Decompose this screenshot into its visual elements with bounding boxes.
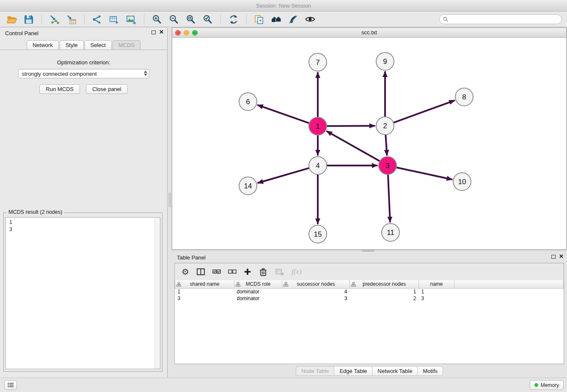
apply-layout-button[interactable] <box>227 13 240 26</box>
tab-edge-table[interactable]: Edge Table <box>334 366 372 376</box>
zoom-fit-button[interactable] <box>184 13 198 26</box>
tab-network[interactable]: Network <box>27 40 59 50</box>
close-panel-button[interactable]: Close panel <box>86 84 128 94</box>
cell-shared-name[interactable]: 1 <box>175 288 234 295</box>
graph-node-14[interactable]: 14 <box>239 177 257 195</box>
optimization-criterion-label: Optimization criterion: <box>0 59 167 66</box>
zoom-selected-button[interactable] <box>201 13 215 26</box>
search-box[interactable] <box>439 14 562 24</box>
zoom-in-button[interactable] <box>150 13 164 26</box>
network-graph[interactable]: 7968124314101511 <box>172 38 566 249</box>
toolbar-separator <box>144 14 144 25</box>
float-panel-icon[interactable] <box>151 30 156 34</box>
result-scrollbar[interactable] <box>154 218 160 369</box>
graph-node-7[interactable]: 7 <box>309 53 327 71</box>
cell-name[interactable]: 1 <box>419 288 454 295</box>
tab-divider <box>0 50 167 50</box>
show-columns-button[interactable] <box>196 266 205 278</box>
graph-node-6[interactable]: 6 <box>239 93 257 110</box>
save-session-button[interactable] <box>22 13 36 26</box>
column-edit-icon <box>236 282 240 287</box>
cell-mcds-role[interactable]: dominator <box>234 288 282 295</box>
graph-node-2[interactable]: 2 <box>376 117 394 135</box>
mcds-result-area[interactable]: 1 3 <box>6 217 160 369</box>
column-header-name[interactable]: name <box>419 280 454 288</box>
close-table-panel-icon[interactable] <box>559 254 564 259</box>
graph-edge-4-14[interactable] <box>258 168 309 183</box>
network-overview-button[interactable] <box>270 13 283 26</box>
table-row[interactable]: 3 dominator 3 2 3 <box>175 295 564 302</box>
show-panel-button[interactable] <box>4 380 17 390</box>
graph-edge-2-8[interactable] <box>394 101 454 123</box>
svg-text:4: 4 <box>316 162 319 170</box>
column-label: predecessor nodes <box>363 281 406 287</box>
tab-mcds[interactable]: MCDS <box>113 40 140 50</box>
float-table-panel-icon[interactable] <box>551 255 556 259</box>
search-input[interactable] <box>451 17 558 22</box>
cell-name[interactable]: 3 <box>419 295 454 302</box>
style-painter-button[interactable] <box>286 13 300 26</box>
graph-edge-2-3[interactable] <box>385 135 387 155</box>
show-hide-button[interactable] <box>303 13 317 26</box>
table-settings-button[interactable]: ⚙ <box>182 266 189 278</box>
new-network-button[interactable] <box>91 13 104 26</box>
graph-edge-3-1[interactable] <box>327 131 380 161</box>
tab-network-table[interactable]: Network Table <box>372 366 418 376</box>
deselect-all-button[interactable] <box>228 266 237 278</box>
export-image-button[interactable] <box>124 13 138 26</box>
network-canvas[interactable]: 7968124314101511 <box>172 38 566 249</box>
tab-motifs[interactable]: Motifs <box>417 366 443 376</box>
network-view-window: × − + scc.txt 7968124314101511 <box>172 28 567 250</box>
tab-node-table[interactable]: Node Table <box>296 366 335 376</box>
cell-predecessor-nodes[interactable]: 1 <box>350 288 419 295</box>
import-network-button[interactable] <box>48 13 61 26</box>
import-table-button[interactable] <box>65 13 78 26</box>
graph-node-10[interactable]: 10 <box>453 173 471 190</box>
criterion-select[interactable]: strongly connected component <box>18 69 149 78</box>
mcds-result-title: MCDS result (2 nodes) <box>6 209 64 215</box>
column-header-shared-name[interactable]: shared name <box>175 280 234 288</box>
graph-node-1[interactable]: 1 <box>309 117 327 135</box>
delete-table-button[interactable] <box>275 266 284 278</box>
import-table-icon <box>66 14 77 25</box>
open-session-button[interactable] <box>5 13 19 26</box>
delete-column-button[interactable] <box>259 266 268 278</box>
cell-successor-nodes[interactable]: 4 <box>282 288 350 295</box>
graph-edge-3-11[interactable] <box>388 174 390 222</box>
column-header-predecessor-nodes[interactable]: predecessor nodes <box>350 280 419 288</box>
tab-style[interactable]: Style <box>60 40 84 50</box>
column-header-successor-nodes[interactable]: successor nodes <box>282 280 350 288</box>
graph-node-15[interactable]: 15 <box>309 225 327 243</box>
function-builder-button[interactable]: f(x) <box>292 266 302 278</box>
clone-network-button[interactable] <box>253 13 266 26</box>
column-header-mcds-role[interactable]: MCDS role <box>234 280 282 288</box>
vertical-splitter[interactable] <box>168 193 171 207</box>
window-close-icon[interactable]: × <box>175 30 181 36</box>
cell-successor-nodes[interactable]: 3 <box>282 295 350 302</box>
cell-shared-name[interactable]: 3 <box>175 295 234 302</box>
zoom-out-button[interactable] <box>167 13 181 26</box>
memory-button[interactable]: Memory <box>530 380 564 390</box>
graph-node-3[interactable]: 3 <box>379 157 396 174</box>
cell-mcds-role[interactable]: dominator <box>234 295 282 302</box>
close-panel-icon[interactable] <box>159 30 164 34</box>
graph-node-11[interactable]: 11 <box>382 224 399 241</box>
graph-node-8[interactable]: 8 <box>455 88 473 106</box>
graph-node-4[interactable]: 4 <box>309 157 327 174</box>
graph-edge-1-2[interactable] <box>327 126 374 126</box>
graph-node-9[interactable]: 9 <box>376 52 394 70</box>
graph-edge-1-6[interactable] <box>258 105 310 123</box>
node-table: shared name MCDS role successor nodes <box>175 280 564 364</box>
graph-edge-3-10[interactable] <box>396 167 452 179</box>
tab-select[interactable]: Select <box>85 40 112 50</box>
svg-text:6: 6 <box>246 98 250 106</box>
add-column-button[interactable] <box>244 266 251 278</box>
new-table-button[interactable] <box>107 13 121 26</box>
table-row[interactable]: 1 dominator 4 1 1 <box>175 288 564 295</box>
select-all-button[interactable] <box>212 266 221 278</box>
window-zoom-icon[interactable]: + <box>192 30 198 36</box>
network-window-titlebar[interactable]: × − + scc.txt <box>172 28 566 38</box>
run-mcds-button[interactable]: Run MCDS <box>39 84 80 94</box>
cell-predecessor-nodes[interactable]: 2 <box>350 295 419 302</box>
window-minimize-icon[interactable]: − <box>184 30 189 36</box>
